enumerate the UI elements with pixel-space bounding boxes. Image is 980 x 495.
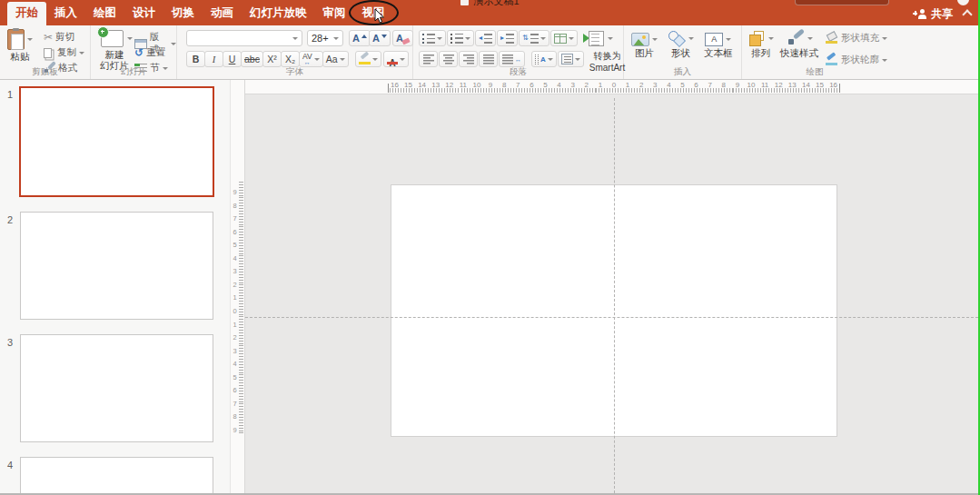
slide-thumbnail[interactable] [20, 212, 213, 320]
underline-button[interactable]: U [223, 51, 242, 67]
ruler-number: 5 [233, 372, 237, 381]
search-box-clipped[interactable] [795, 0, 889, 5]
tab-label: 动画 [211, 6, 233, 19]
text-highlight-button[interactable] [355, 51, 381, 67]
dropdown-arrow-icon [437, 37, 442, 40]
vertical-guide[interactable] [614, 98, 615, 493]
change-case-button[interactable]: Aa [322, 51, 349, 67]
horizontal-ruler[interactable]: 1615141312111098765432101234567891011121… [245, 80, 980, 94]
paste-icon [7, 29, 25, 50]
collapse-ribbon-chevron-icon[interactable] [962, 9, 972, 19]
tab-slideshow[interactable]: 幻灯片放映 [242, 2, 315, 25]
highlighter-icon [359, 54, 371, 64]
slide-editor-canvas[interactable]: 1615141312111098765432101234567891011121… [245, 80, 980, 495]
insert-picture-button[interactable]: 图片 [631, 33, 658, 59]
align-right-button[interactable] [459, 51, 478, 67]
horizontal-guide[interactable] [245, 317, 978, 318]
font-size-combobox[interactable]: 28+ [307, 30, 343, 46]
bullets-button[interactable] [419, 30, 446, 46]
align-left-button[interactable] [419, 51, 438, 67]
text-direction-button[interactable]: A [531, 51, 557, 67]
slide-number: 2 [7, 214, 13, 225]
subscript-button[interactable]: X₂ [281, 51, 300, 67]
font-color-button[interactable]: A [383, 51, 409, 67]
superscript-button[interactable]: X² [262, 51, 282, 67]
align-center-button[interactable] [439, 51, 458, 67]
slide-number: 3 [7, 337, 13, 348]
dropdown-arrow-icon [768, 37, 774, 40]
decrease-font-size-button[interactable]: A [369, 30, 391, 46]
tab-review[interactable]: 审阅 [315, 2, 354, 25]
font-color-icon: A [387, 54, 398, 64]
ruler-number: 2 [233, 333, 237, 342]
quick-styles-button[interactable]: 快速样式 [780, 31, 818, 59]
tab-design[interactable]: 设计 [124, 2, 163, 25]
slide-thumbnail[interactable] [19, 86, 214, 197]
ruler-number: 7 [233, 214, 237, 223]
ruler-number: 15 [404, 81, 412, 89]
paste-button[interactable]: 粘贴 [7, 29, 33, 63]
increase-indent-button[interactable]: ▸ [497, 30, 518, 46]
ruler-number: 7 [708, 81, 711, 89]
ruler-number: 3 [233, 267, 237, 275]
shape-fill-button[interactable]: 形状填充 [826, 32, 887, 45]
line-spacing-button[interactable]: ⇅ [519, 30, 549, 46]
distribute-text-button[interactable]: ↔ [499, 51, 525, 67]
cut-button[interactable]: ✂ 剪切 [44, 31, 74, 44]
document-title: 演示文稿1 [473, 0, 519, 5]
slide-thumbnail-row: 3 [0, 334, 230, 442]
italic-button[interactable]: I [204, 51, 223, 67]
group-paragraph: ◂ ▸ ⇅ ↔ A 转换为 [413, 25, 624, 79]
dropdown-arrow-icon [548, 58, 553, 61]
font-style-buttons: B I U abc X² X₂ AV↔ Aa [186, 51, 349, 67]
ruler-number: 4 [667, 81, 670, 89]
tab-transitions[interactable]: 切换 [163, 2, 203, 25]
reset-button[interactable]: ↺ 重置 [134, 46, 165, 59]
tab-label: 切换 [172, 6, 194, 19]
quick-styles-icon [787, 31, 805, 46]
convert-smartart-button[interactable] [583, 30, 613, 46]
numbering-button[interactable] [447, 30, 474, 46]
justify-button[interactable] [479, 51, 498, 67]
share-button[interactable]: 共享 [913, 6, 953, 22]
tab-view[interactable]: 视图 [354, 2, 393, 25]
dropdown-arrow-icon [372, 58, 378, 61]
ruler-number: 2 [639, 81, 643, 89]
left-right-arrow-icon: ↔ [304, 59, 311, 65]
tab-home[interactable]: 开始 [7, 2, 46, 25]
clear-formatting-button[interactable]: A [392, 30, 413, 46]
new-slide-button[interactable]: 新建幻灯片 [96, 30, 133, 71]
smartart-icon [583, 30, 605, 46]
tab-insert[interactable]: 插入 [46, 2, 85, 25]
dropdown-arrow-icon [465, 37, 470, 40]
vertical-ruler[interactable]: 9876543210123456789 [230, 80, 245, 495]
slide-thumbnail[interactable] [20, 334, 213, 442]
shape-outline-button[interactable]: 形状轮廓 [826, 54, 887, 66]
lines-icon [506, 34, 514, 44]
ruler-number: 6 [694, 81, 698, 89]
font-name-combobox[interactable] [186, 30, 302, 46]
bold-button[interactable]: B [186, 51, 205, 67]
ruler-number: 9 [736, 81, 739, 89]
character-spacing-button[interactable]: AV↔ [299, 51, 323, 67]
insert-textbox-button[interactable]: A 文本框 [704, 33, 733, 59]
triangle-down-icon [381, 35, 387, 38]
ruler-number: 5 [680, 81, 684, 89]
tab-label: 插入 [54, 6, 77, 19]
group-label-slides: 幻灯片 [91, 66, 176, 78]
ruler-number: 1 [233, 293, 237, 302]
slide-thumbnail[interactable] [20, 457, 213, 495]
ruler-number: 5 [233, 241, 237, 249]
powerpoint-window: 演示文稿1 开始插入绘图设计切换动画幻灯片放映审阅视图 共享 粘贴 ✂ 剪切 复… [0, 0, 980, 495]
tab-draw[interactable]: 绘图 [85, 2, 124, 25]
decrease-indent-button[interactable]: ◂ [475, 30, 496, 46]
copy-button[interactable]: 复制 [44, 46, 84, 59]
arrange-button[interactable]: 排列 [747, 31, 774, 59]
columns-button[interactable] [550, 30, 578, 46]
tab-animations[interactable]: 动画 [203, 2, 242, 25]
align-text-button[interactable] [558, 51, 584, 67]
group-clipboard: 粘贴 ✂ 剪切 复制 格式 剪贴板 [0, 25, 91, 79]
insert-shapes-button[interactable]: 形状 [668, 31, 694, 59]
strikethrough-button[interactable]: abc [241, 51, 263, 67]
increase-font-size-button[interactable]: A [349, 30, 371, 46]
